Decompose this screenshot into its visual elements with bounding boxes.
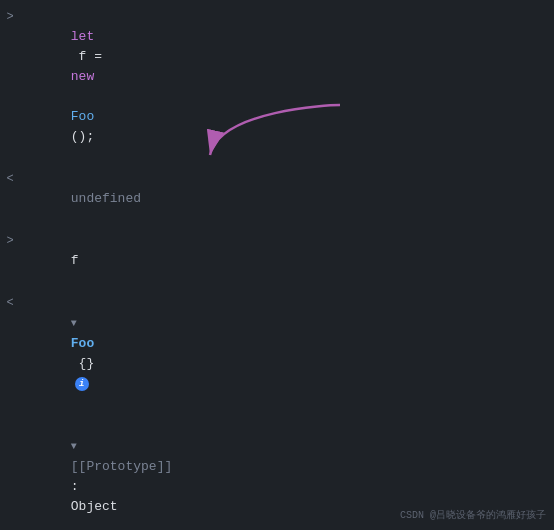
output-undefined-1: undefined	[20, 169, 554, 229]
prompt-output: <	[0, 169, 20, 189]
colon-1: :	[71, 479, 87, 494]
watermark: CSDN @吕晓设备爷的鸿雁好孩子	[400, 508, 546, 522]
code-parens: ();	[71, 129, 94, 144]
var-f: f	[71, 253, 79, 268]
code-text2	[71, 89, 79, 104]
prompt-input: >	[0, 7, 20, 27]
foo-object-header[interactable]: ▼ Foo {} i	[20, 293, 554, 414]
prototype-bracket: [[Prototype]]	[71, 459, 172, 474]
code-line-1: let f = new Foo ();	[20, 7, 554, 167]
collapse-arrow-proto1[interactable]: ▼	[71, 437, 77, 457]
console-panel: > let f = new Foo (); < undefined > f < …	[0, 0, 554, 530]
undefined-text: undefined	[71, 191, 141, 206]
foo-class-name: Foo	[71, 336, 94, 351]
code-f: f	[20, 231, 554, 291]
line-4: < ▼ Foo {} i	[0, 292, 554, 415]
func-foo: Foo	[71, 109, 94, 124]
keyword-let: let	[71, 29, 94, 44]
prompt-input-2: >	[0, 231, 20, 251]
foo-braces: {}	[71, 356, 94, 371]
object-text: Object	[71, 499, 118, 514]
code-text: f =	[71, 49, 110, 64]
line-3: > f	[0, 230, 554, 292]
line-1: > let f = new Foo ();	[0, 6, 554, 168]
info-icon[interactable]: i	[75, 377, 89, 391]
collapse-arrow-foo[interactable]: ▼	[71, 314, 77, 334]
line-2: < undefined	[0, 168, 554, 230]
prompt-output-2: <	[0, 293, 20, 313]
keyword-new: new	[71, 69, 94, 84]
